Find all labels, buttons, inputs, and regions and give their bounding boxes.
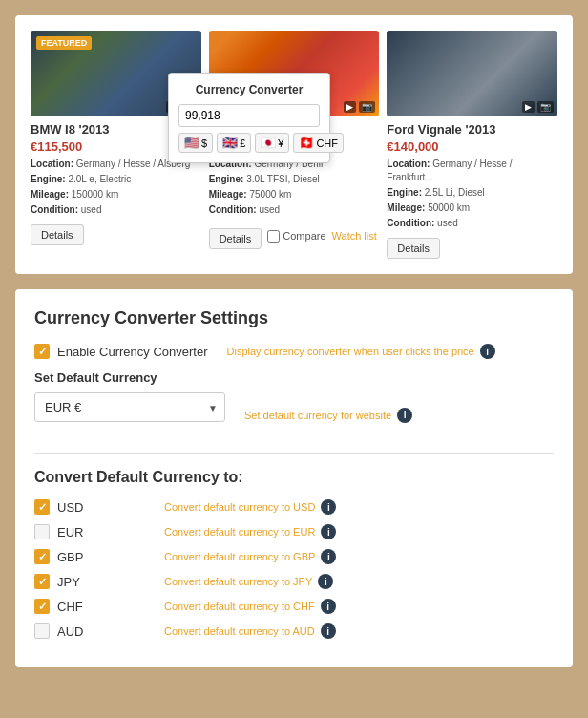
enable-toggle[interactable]: ✓ [34,344,50,359]
chf-toggle[interactable]: ✓ [34,599,50,614]
gbp-description: Convert default currency to GBP [164,551,315,562]
currency-option-right-jpy: Convert default currency to JPY i [149,574,554,589]
car-title-ford: Ford Vignale '2013 [387,122,557,137]
flag-emoji-chf: 🇨🇭 [299,136,314,150]
featured-badge: FEATURED [36,36,92,50]
currency-option-left-gbp: ✓ GBP [34,549,149,564]
default-currency-dropdown-wrapper: EUR € USD $ GBP £ JPY ¥ CHF ▼ [34,392,225,422]
chf-info-icon[interactable]: i [321,599,336,614]
car-mileage-bmw: Mileage: 150000 km [31,188,201,201]
currency-row-aud: AUD Convert default currency to AUD i [34,623,554,639]
car-condition-bmw: Condition: used [31,203,201,217]
car-price-ford: €140,000 [387,139,557,154]
car-image-ford: ▶ 📷 [387,31,557,116]
flag-usd[interactable]: 🇺🇸 $ [178,133,213,153]
flag-code-usd: $ [201,137,207,149]
flag-gbp[interactable]: 🇬🇧 £ [217,133,251,153]
enable-setting-right: Display currency converter when user cli… [208,344,554,359]
details-button-audi[interactable]: Details [209,228,262,249]
car-card-ford: ▶ 📷 Ford Vignale '2013 €140,000 Location… [387,31,557,259]
settings-divider [34,453,554,454]
jpy-checkmark: ✓ [38,576,47,588]
eur-info-icon[interactable]: i [321,524,336,539]
currency-flags: 🇺🇸 $ 🇬🇧 £ 🇯🇵 ¥ 🇨🇭 CHF [178,133,320,153]
flag-code-jpy: ¥ [278,137,284,149]
compare-checkbox[interactable] [267,230,280,243]
currency-option-right-eur: Convert default currency to EUR i [149,524,554,539]
usd-description: Convert default currency to USD [164,501,315,513]
usd-checkmark: ✓ [38,501,47,514]
gbp-checkmark: ✓ [38,551,47,563]
car-image-icons-ford: ▶ 📷 [522,101,554,113]
currency-row-gbp: ✓ GBP Convert default currency to GBP i [34,549,554,564]
default-currency-select[interactable]: EUR € USD $ GBP £ JPY ¥ CHF [34,392,225,422]
default-currency-row: EUR € USD $ GBP £ JPY ¥ CHF ▼ Set defaul… [34,392,554,437]
enable-label: Enable Currency Converter [57,345,208,359]
usd-label: USD [57,500,83,515]
video-icon-audi: ▶ [344,101,356,113]
flag-code-chf: CHF [316,137,338,149]
aud-toggle[interactable] [34,623,50,639]
car-engine-bmw: Engine: 2.0L e, Electric [31,173,201,186]
currency-option-right-chf: Convert default currency to CHF i [149,599,554,614]
main-wrapper: FEATURED ▶ 📷 BMW I8 '2013 €115,500 Locat… [0,0,588,683]
currency-option-left-eur: EUR [34,524,149,539]
default-currency-description: Set default currency for website i [225,408,554,423]
flag-jpy[interactable]: 🇯🇵 ¥ [255,133,289,153]
car-condition-audi: Condition: used [209,203,380,217]
enable-checkmark: ✓ [38,346,47,358]
car-mileage-audi: Mileage: 75000 km [209,188,380,201]
flag-emoji-jpy: 🇯🇵 [261,136,276,150]
chf-label: CHF [57,600,83,614]
details-button-ford[interactable]: Details [387,238,440,259]
jpy-description: Convert default currency to JPY [164,576,312,587]
gbp-toggle[interactable]: ✓ [34,549,50,564]
details-button-bmw[interactable]: Details [31,224,84,245]
car-condition-ford: Condition: used [387,217,557,230]
gbp-label: GBP [57,550,83,564]
gbp-info-icon[interactable]: i [321,549,336,564]
currency-option-left-chf: ✓ CHF [34,599,149,614]
currency-option-left-usd: ✓ USD [34,499,149,515]
camera-icon-ford: 📷 [537,101,554,113]
jpy-info-icon[interactable]: i [318,574,333,589]
eur-toggle[interactable] [34,524,50,539]
enable-description: Display currency converter when user cli… [227,346,474,357]
watchlist-link[interactable]: Watch list [332,230,377,242]
eur-label: EUR [57,525,83,539]
eur-description: Convert default currency to EUR [164,526,315,538]
usd-toggle[interactable]: ✓ [34,499,50,515]
car-mileage-ford: Mileage: 50000 km [387,201,557,215]
currency-popup: Currency Converter 🇺🇸 $ 🇬🇧 £ 🇯🇵 ¥ 🇨🇭 [168,73,330,163]
flag-emoji-gbp: 🇬🇧 [222,136,238,150]
car-location-ford: Location: Germany / Hesse / Frankfurt... [387,158,557,184]
default-currency-info-icon[interactable]: i [397,408,412,423]
camera-icon-audi: 📷 [359,101,375,113]
convert-section-title: Convert Default Currency to: [34,469,554,486]
flag-code-gbp: £ [240,137,245,149]
default-currency-desc-text: Set default currency for website [244,410,391,421]
settings-title: Currency Converter Settings [34,308,554,328]
settings-panel: Currency Converter Settings ✓ Enable Cur… [15,289,573,667]
usd-info-icon[interactable]: i [321,499,336,515]
chf-checkmark: ✓ [38,601,47,613]
currency-row-jpy: ✓ JPY Convert default currency to JPY i [34,574,554,589]
car-engine-ford: Engine: 2.5L Li, Diesel [387,186,557,200]
flag-chf[interactable]: 🇨🇭 CHF [293,133,344,153]
flag-emoji-usd: 🇺🇸 [184,136,200,150]
enable-setting-left: ✓ Enable Currency Converter [34,344,208,359]
aud-label: AUD [57,624,83,639]
popup-title: Currency Converter [178,83,320,96]
compare-label[interactable]: Compare [267,230,326,243]
currency-row-chf: ✓ CHF Convert default currency to CHF i [34,599,554,614]
currency-option-right-usd: Convert default currency to USD i [149,499,554,515]
popup-amount-input[interactable] [178,104,320,127]
car-image-icons-audi: ▶ 📷 [344,101,375,113]
currency-row-usd: ✓ USD Convert default currency to USD i [34,499,554,515]
jpy-toggle[interactable]: ✓ [34,574,50,589]
aud-description: Convert default currency to AUD [164,625,315,637]
enable-setting-row: ✓ Enable Currency Converter Display curr… [34,344,554,359]
enable-info-icon[interactable]: i [480,344,495,359]
aud-info-icon[interactable]: i [321,623,336,639]
currency-option-right-gbp: Convert default currency to GBP i [149,549,554,564]
